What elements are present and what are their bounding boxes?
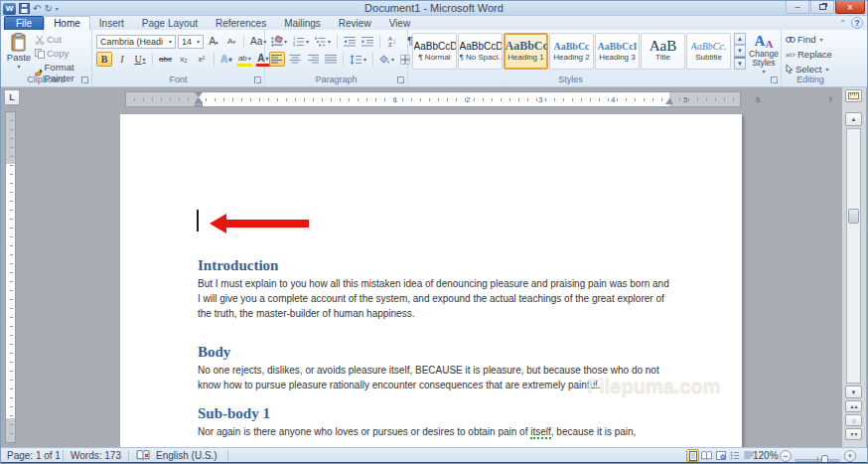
undo-icon[interactable]: ↶	[33, 3, 41, 15]
tab-insert[interactable]: Insert	[90, 16, 133, 30]
redo-icon[interactable]: ↻	[44, 3, 52, 15]
ruler-number: 2	[466, 95, 470, 104]
replace-icon: ab	[786, 51, 796, 59]
find-button[interactable]: Find	[786, 34, 823, 45]
style-heading-2[interactable]: AaBbCc Heading 2	[549, 33, 594, 70]
paragraph-dialog-launcher[interactable]	[397, 77, 404, 83]
divider	[343, 53, 344, 67]
underline-button[interactable]: U	[132, 52, 148, 67]
save-icon[interactable]	[19, 3, 30, 14]
align-center-button[interactable]	[287, 52, 303, 67]
align-right-button[interactable]	[305, 52, 321, 67]
right-indent-marker[interactable]	[665, 98, 673, 104]
previous-page-icon[interactable]: ▲▲	[845, 400, 862, 412]
scrollbar-track[interactable]	[846, 128, 861, 384]
shrink-font-button[interactable]: A▾	[223, 34, 239, 49]
style-subtitle[interactable]: AaBbCc. Subtitle	[686, 33, 731, 70]
web-layout-view-button[interactable]	[714, 449, 727, 462]
style-heading-1[interactable]: AaBbCc Heading 1	[504, 33, 548, 70]
tab-references[interactable]: References	[207, 16, 275, 30]
tab-file[interactable]: File	[4, 16, 44, 30]
group-paragraph: 123 AZ ↓ ¶	[265, 30, 408, 86]
decrease-indent-button[interactable]	[342, 34, 358, 49]
paste-dropdown-icon: ▾	[17, 63, 20, 70]
tab-home[interactable]: Home	[44, 16, 90, 30]
cut-button[interactable]: Cut	[35, 34, 62, 45]
word-logo-icon[interactable]: W	[3, 3, 16, 15]
multilevel-list-button[interactable]	[313, 34, 333, 49]
italic-button[interactable]: I	[114, 52, 130, 67]
style-title[interactable]: AaB Title	[641, 33, 685, 70]
font-size-select[interactable]: 14	[178, 35, 204, 49]
qat-customize-icon[interactable]: ▾	[56, 3, 59, 15]
tab-view[interactable]: View	[380, 16, 420, 30]
minimize-button[interactable]: –	[786, 1, 809, 14]
collapse-ribbon-icon[interactable]: ⌃	[839, 19, 846, 28]
tab-review[interactable]: Review	[330, 16, 380, 30]
line-spacing-icon	[350, 55, 362, 65]
styles-scroll-up-icon[interactable]: ▲	[734, 33, 746, 45]
zoom-level[interactable]: 120%	[753, 449, 779, 462]
style-heading-3[interactable]: AaBbCcI Heading 3	[595, 33, 640, 70]
divider	[227, 450, 228, 461]
left-indent-marker[interactable]	[195, 102, 203, 106]
align-left-button[interactable]	[269, 52, 285, 67]
change-styles-button[interactable]: A A Change Styles ▾	[748, 33, 780, 75]
replace-button[interactable]: ab Replace	[786, 49, 832, 60]
proofing-errors-icon[interactable]	[136, 449, 150, 462]
highlight-color-button[interactable]: ab	[236, 52, 253, 67]
font-dialog-launcher[interactable]	[254, 77, 261, 83]
vertical-ruler[interactable]	[5, 111, 16, 443]
divider	[128, 450, 129, 461]
scissors-icon	[35, 35, 45, 45]
full-screen-reading-view-button[interactable]	[700, 449, 713, 462]
line-spacing-button[interactable]	[348, 52, 368, 67]
styles-expand-gallery-icon[interactable]: ▼	[734, 57, 746, 70]
shading-button[interactable]	[377, 52, 396, 67]
style-normal[interactable]: AaBbCcDc ¶ Normal	[412, 33, 457, 70]
tab-page-layout[interactable]: Page Layout	[133, 16, 207, 30]
superscript-button[interactable]: x²	[194, 52, 210, 67]
horizontal-ruler[interactable]: 1 2 3 4 5 6 7	[125, 91, 741, 107]
restore-button[interactable]	[810, 1, 834, 14]
next-page-icon[interactable]: ▼▼	[845, 428, 862, 440]
help-icon[interactable]: ?	[851, 17, 863, 29]
close-button[interactable]: ×	[835, 1, 865, 14]
annotation-arrow-shaft	[225, 220, 309, 228]
print-layout-view-button[interactable]	[686, 449, 699, 462]
subscript-button[interactable]: x₂	[176, 52, 192, 67]
numbering-button[interactable]: 123	[291, 34, 311, 49]
sort-button[interactable]: AZ ↓	[384, 34, 400, 49]
styles-dialog-launcher[interactable]	[771, 77, 778, 83]
increase-indent-button[interactable]	[360, 34, 375, 49]
tab-mailings[interactable]: Mailings	[275, 16, 330, 30]
scroll-down-icon[interactable]: ▼	[845, 386, 862, 398]
copy-button[interactable]: Copy	[35, 48, 69, 59]
grow-font-button[interactable]: A▴	[206, 34, 221, 49]
outline-view-button[interactable]	[728, 449, 741, 462]
justify-button[interactable]	[323, 52, 339, 67]
scrollbar-thumb[interactable]	[848, 209, 859, 224]
bullets-button[interactable]	[269, 34, 289, 49]
scroll-up-icon[interactable]: ▲	[845, 112, 862, 126]
paste-button[interactable]: Paste ▾	[5, 33, 33, 75]
select-browse-object-icon[interactable]: ○	[845, 414, 862, 426]
text-effects-button[interactable]: A	[218, 52, 234, 67]
strikethrough-button[interactable]: abc	[157, 52, 174, 67]
style-no-spacing[interactable]: AaBbCcDc ¶ No Spaci...	[458, 33, 503, 70]
language-indicator[interactable]: English (U.S.)	[156, 449, 217, 462]
zoom-out-button[interactable]: −	[780, 449, 792, 462]
select-button[interactable]: Select	[786, 64, 828, 75]
page-indicator[interactable]: Page: 1 of 1	[7, 449, 61, 462]
view-ruler-toggle-button[interactable]	[845, 89, 862, 102]
font-family-select[interactable]: Cambria (Headi	[96, 35, 176, 49]
clipboard-dialog-launcher[interactable]	[81, 77, 88, 83]
styles-scroll-down-icon[interactable]: ▼	[734, 45, 746, 57]
tab-stop-selector[interactable]: L	[4, 89, 20, 105]
zoom-in-button[interactable]: +	[844, 449, 856, 462]
bold-button[interactable]: B	[96, 52, 112, 67]
full-screen-reading-icon	[701, 451, 712, 460]
word-count[interactable]: Words: 173	[71, 449, 121, 462]
document-text[interactable]: Introduction But I must explain to you h…	[198, 256, 674, 439]
status-bar: Page: 1 of 1 Words: 173 English (U.S.)	[1, 447, 867, 462]
